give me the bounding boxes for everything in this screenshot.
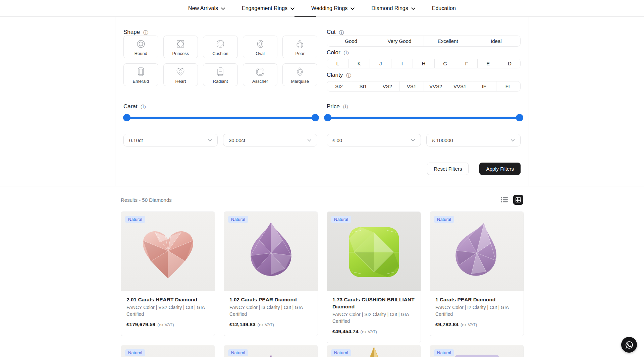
nav-item-education[interactable]: Education <box>432 5 456 11</box>
reset-filters-button[interactable]: Reset Filters <box>427 163 469 175</box>
oval-diamond-icon <box>254 38 266 50</box>
carat-min-select[interactable]: 0.10ct <box>123 134 218 146</box>
diamond-description: FANCY Color | I3 Clarity | Cut | GIA Cer… <box>229 304 312 317</box>
shape-option-label: Oval <box>256 51 265 56</box>
natural-badge: Natural <box>434 216 454 223</box>
price-filter-section: Price ⓘ £ 00 £ 100000 <box>327 103 521 146</box>
list-view-button[interactable] <box>500 196 508 204</box>
price-min-select[interactable]: £ 00 <box>327 134 421 146</box>
clarity-section-label: Clarity ⓘ <box>327 72 521 78</box>
shape-option-heart[interactable]: Heart <box>163 63 198 86</box>
cut-option-excellent[interactable]: Excellent <box>424 36 472 46</box>
pear-purple-diamond-image <box>239 218 303 285</box>
princess-diamond-icon <box>174 38 186 50</box>
color-option-l[interactable]: L <box>327 59 348 68</box>
color-option-f[interactable]: F <box>456 59 478 68</box>
shape-option-oval[interactable]: Oval <box>243 36 278 58</box>
natural-badge: Natural <box>125 216 145 223</box>
color-option-i[interactable]: I <box>391 59 413 68</box>
price-slider-max-handle[interactable] <box>516 114 523 121</box>
diamond-card[interactable]: Natural <box>327 345 421 357</box>
color-label-text: Color <box>327 49 340 56</box>
whatsapp-chat-button[interactable] <box>621 337 637 353</box>
chevron-down-icon <box>307 139 312 142</box>
price-section-label: Price ⓘ <box>327 103 521 110</box>
carat-slider-max-handle[interactable] <box>312 114 319 121</box>
info-icon[interactable]: ⓘ <box>141 104 146 109</box>
carat-max-value: 30.00ct <box>229 137 245 143</box>
price-min-value: £ 00 <box>332 137 342 143</box>
shape-option-cushion[interactable]: Cushion <box>203 36 238 58</box>
info-icon[interactable]: ⓘ <box>339 30 344 35</box>
round-diamond-icon <box>135 38 147 50</box>
diamond-photo: Natural <box>327 212 421 291</box>
diamond-price: £12,149.83 <box>229 321 256 328</box>
clarity-option-if[interactable]: IF <box>472 81 496 91</box>
cut-option-very-good[interactable]: Very Good <box>375 36 424 46</box>
info-icon[interactable]: ⓘ <box>143 30 148 35</box>
diamond-title: 2.01 Carats HEART Diamond <box>126 296 209 303</box>
shape-option-marquise[interactable]: Marquise <box>282 63 317 86</box>
heart-pink-diamond-image <box>135 221 202 284</box>
chevron-down-icon <box>290 7 294 10</box>
diamond-price: £9,782.84 <box>435 321 459 328</box>
info-icon[interactable]: ⓘ <box>346 73 351 78</box>
info-icon[interactable]: ⓘ <box>344 50 349 55</box>
diamond-card[interactable]: Natural 1.73 Carats CUSHION BRILLIANT Di… <box>327 212 421 343</box>
color-option-j[interactable]: J <box>370 59 391 68</box>
clarity-option-fl[interactable]: FL <box>496 81 520 91</box>
clarity-option-si2[interactable]: SI2 <box>327 81 351 91</box>
diamond-photo: Natural <box>327 345 421 357</box>
grade-filter-section: Cut ⓘ Good Very Good Excellent Ideal Col… <box>327 29 521 92</box>
diamond-price: £49,454.74 <box>332 329 359 335</box>
clarity-option-vvs1[interactable]: VVS1 <box>448 81 472 91</box>
diamond-card[interactable]: Natural 2.01 Carats HEART Diamond <box>121 212 215 336</box>
diamond-photo: Natural <box>430 212 524 291</box>
diamond-card[interactable]: Natural 1 Carats PEAR Diamond FANCY Colo… <box>430 212 524 336</box>
shape-option-radiant[interactable]: Radiant <box>203 63 238 86</box>
clarity-option-vvs2[interactable]: VVS2 <box>424 81 448 91</box>
cut-option-ideal[interactable]: Ideal <box>472 36 520 46</box>
carat-slider-min-handle[interactable] <box>123 114 130 121</box>
diamond-card[interactable]: Natural <box>121 345 215 357</box>
diamond-image <box>246 352 296 357</box>
shape-option-asscher[interactable]: Asscher <box>243 63 278 86</box>
color-option-h[interactable]: H <box>413 59 434 68</box>
diamond-card[interactable]: Natural 1.02 Carats PEAR Diamond FANCY C <box>224 212 318 336</box>
diamond-card[interactable]: Natural <box>224 345 318 357</box>
chevron-down-icon <box>351 7 355 10</box>
color-option-d[interactable]: D <box>499 59 520 68</box>
radiant-diamond-icon <box>214 66 226 78</box>
info-icon[interactable]: ⓘ <box>343 104 348 109</box>
price-max-select[interactable]: £ 100000 <box>426 134 521 146</box>
cut-options: Good Very Good Excellent Ideal <box>327 36 521 47</box>
diamond-photo: Natural <box>224 212 318 291</box>
carat-max-select[interactable]: 30.00ct <box>223 134 317 146</box>
price-range-slider[interactable] <box>327 114 521 121</box>
cut-option-good[interactable]: Good <box>327 36 375 46</box>
nav-item-wedding-rings[interactable]: Wedding Rings <box>311 5 355 11</box>
nav-item-engagement-rings[interactable]: Engagement Rings <box>242 5 294 11</box>
diamond-card[interactable]: Natural <box>430 345 524 357</box>
results-count-text: Results - 50 Diamonds <box>121 197 172 203</box>
diamond-price: £179,679.59 <box>126 321 155 328</box>
color-options: L K J I H G F E D <box>327 59 521 68</box>
price-slider-min-handle[interactable] <box>324 114 331 121</box>
clarity-option-vs1[interactable]: VS1 <box>399 81 424 91</box>
shape-option-pear[interactable]: Pear <box>282 36 317 58</box>
shape-option-round[interactable]: Round <box>123 36 158 58</box>
clarity-option-si1[interactable]: SI1 <box>351 81 375 91</box>
carat-min-value: 0.10ct <box>129 137 143 143</box>
vat-note: (ex VAT) <box>157 322 174 327</box>
nav-item-diamond-rings[interactable]: Diamond Rings <box>371 5 415 11</box>
nav-item-new-arrivals[interactable]: New Arrivals <box>188 5 225 11</box>
color-option-g[interactable]: G <box>435 59 456 68</box>
apply-filters-button[interactable]: Apply Filters <box>479 163 521 175</box>
shape-option-princess[interactable]: Princess <box>163 36 198 58</box>
color-option-k[interactable]: K <box>348 59 370 68</box>
color-option-e[interactable]: E <box>478 59 499 68</box>
carat-range-slider[interactable] <box>123 114 317 121</box>
grid-view-button[interactable] <box>513 195 523 205</box>
shape-option-emerald[interactable]: Emerald <box>123 63 158 86</box>
clarity-option-vs2[interactable]: VS2 <box>375 81 399 91</box>
